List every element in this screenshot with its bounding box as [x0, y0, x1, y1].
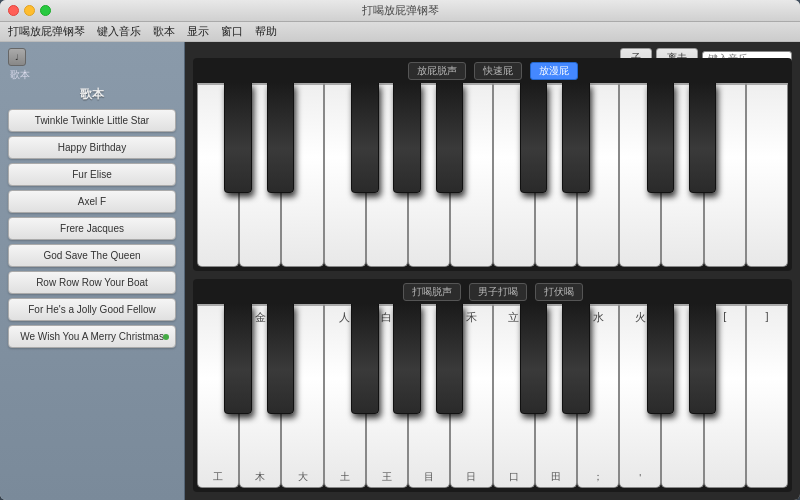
key-top-label-9: 水: [593, 310, 604, 325]
key-bottom-label-9: ；: [593, 470, 603, 484]
song-item-6[interactable]: Row Row Row Your Boat: [8, 271, 176, 294]
key-bottom-label-4: 王: [382, 470, 392, 484]
black-key-after-10[interactable]: [647, 304, 674, 414]
black-key-after-4[interactable]: [393, 304, 420, 414]
piano-bottom-section: 打喝脱声 男子打喝 打伏喝 工金木大人土白王目禾日立口田水；火'[]: [193, 279, 792, 492]
key-bottom-label-7: 口: [509, 470, 519, 484]
white-key-13[interactable]: [746, 83, 788, 267]
black-key-after-0[interactable]: [224, 83, 251, 193]
titlebar: 打喝放屁弹钢琴: [0, 0, 800, 22]
bottom-ctrl-btn-1[interactable]: 男子打喝: [469, 283, 527, 301]
menu-songbook[interactable]: 歌本: [153, 24, 175, 39]
menu-app[interactable]: 打喝放屁弹钢琴: [8, 24, 85, 39]
sidebar-header: ♩ 歌本: [0, 42, 184, 82]
sidebar: ♩ 歌本 歌本 Twinkle Twinkle Little Star Happ…: [0, 42, 185, 500]
sidebar-icon-1[interactable]: ♩: [8, 48, 26, 66]
maximize-button[interactable]: [40, 5, 51, 16]
black-key-after-7[interactable]: [520, 83, 547, 193]
window-title: 打喝放屁弹钢琴: [362, 3, 439, 18]
black-key-after-3[interactable]: [351, 83, 378, 193]
key-top-label-3: 人: [339, 310, 350, 325]
key-top-label-13: ]: [765, 310, 768, 322]
menu-bar: 打喝放屁弹钢琴 键入音乐 歌本 显示 窗口 帮助: [0, 22, 800, 42]
top-ctrl-btn-1[interactable]: 快速屁: [474, 62, 522, 80]
top-keyboard-wrap: [197, 83, 788, 267]
key-bottom-label-6: 日: [466, 470, 476, 484]
key-top-label-7: 立: [508, 310, 519, 325]
song-item-8[interactable]: We Wish You A Merry Christmas: [8, 325, 176, 348]
key-bottom-label-10: ': [639, 473, 641, 484]
black-key-after-1[interactable]: [267, 304, 294, 414]
top-piano-keyboard: [197, 83, 788, 267]
piano-top-section: 放屁脱声 快速屁 放漫屁: [193, 58, 792, 271]
song-list: Twinkle Twinkle Little Star Happy Birthd…: [0, 109, 184, 500]
bottom-piano-controls: 打喝脱声 男子打喝 打伏喝: [197, 283, 788, 301]
key-bottom-label-5: 目: [424, 470, 434, 484]
main-piano-area: 子 离去 放屁脱声 快速屁 放漫屁 打喝脱: [185, 42, 800, 500]
key-bottom-label-8: 田: [551, 470, 561, 484]
black-key-after-8[interactable]: [562, 83, 589, 193]
black-key-after-1[interactable]: [267, 83, 294, 193]
key-bottom-label-0: 工: [213, 470, 223, 484]
bottom-piano-keyboard: 工金木大人土白王目禾日立口田水；火'[]: [197, 304, 788, 488]
key-top-label-6: 禾: [466, 310, 477, 325]
bottom-ctrl-btn-0[interactable]: 打喝脱声: [403, 283, 461, 301]
song-item-7[interactable]: For He's a Jolly Good Fellow: [8, 298, 176, 321]
song-item-5[interactable]: God Save The Queen: [8, 244, 176, 267]
minimize-button[interactable]: [24, 5, 35, 16]
black-key-after-7[interactable]: [520, 304, 547, 414]
main-window: 打喝放屁弹钢琴 打喝放屁弹钢琴 键入音乐 歌本 显示 窗口 帮助 ♩ 歌本 歌本…: [0, 0, 800, 500]
top-ctrl-btn-0[interactable]: 放屁脱声: [408, 62, 466, 80]
top-ctrl-btn-2[interactable]: 放漫屁: [530, 62, 578, 80]
menu-help[interactable]: 帮助: [255, 24, 277, 39]
black-key-after-4[interactable]: [393, 83, 420, 193]
sidebar-title: 歌本: [0, 82, 184, 109]
key-bottom-label-3: 土: [340, 470, 350, 484]
top-piano-controls: 放屁脱声 快速屁 放漫屁: [197, 62, 788, 80]
bottom-keyboard-wrap: 工金木大人土白王目禾日立口田水；火'[]: [197, 304, 788, 488]
menu-window[interactable]: 窗口: [221, 24, 243, 39]
song-item-3[interactable]: Axel F: [8, 190, 176, 213]
white-key-13[interactable]: ]: [746, 304, 788, 488]
black-key-after-8[interactable]: [562, 304, 589, 414]
key-top-label-12: [: [723, 310, 726, 322]
black-key-after-3[interactable]: [351, 304, 378, 414]
traffic-lights: [8, 5, 51, 16]
sidebar-icons: ♩: [8, 48, 26, 66]
sidebar-sub-label: 歌本: [8, 68, 30, 82]
key-top-label-10: 火: [635, 310, 646, 325]
song-item-1[interactable]: Happy Birthday: [8, 136, 176, 159]
key-top-label-1: 金: [255, 310, 266, 325]
song-item-2[interactable]: Fur Elise: [8, 163, 176, 186]
key-bottom-label-2: 大: [298, 470, 308, 484]
black-key-after-10[interactable]: [647, 83, 674, 193]
menu-keyboard[interactable]: 键入音乐: [97, 24, 141, 39]
menu-display[interactable]: 显示: [187, 24, 209, 39]
black-key-after-11[interactable]: [689, 304, 716, 414]
close-button[interactable]: [8, 5, 19, 16]
bottom-ctrl-btn-2[interactable]: 打伏喝: [535, 283, 583, 301]
content-area: ♩ 歌本 歌本 Twinkle Twinkle Little Star Happ…: [0, 42, 800, 500]
song-item-0[interactable]: Twinkle Twinkle Little Star: [8, 109, 176, 132]
key-top-label-4: 白: [381, 310, 392, 325]
black-key-after-5[interactable]: [436, 83, 463, 193]
black-key-after-5[interactable]: [436, 304, 463, 414]
song-item-4[interactable]: Frere Jacques: [8, 217, 176, 240]
black-key-after-11[interactable]: [689, 83, 716, 193]
black-key-after-0[interactable]: [224, 304, 251, 414]
key-bottom-label-1: 木: [255, 470, 265, 484]
